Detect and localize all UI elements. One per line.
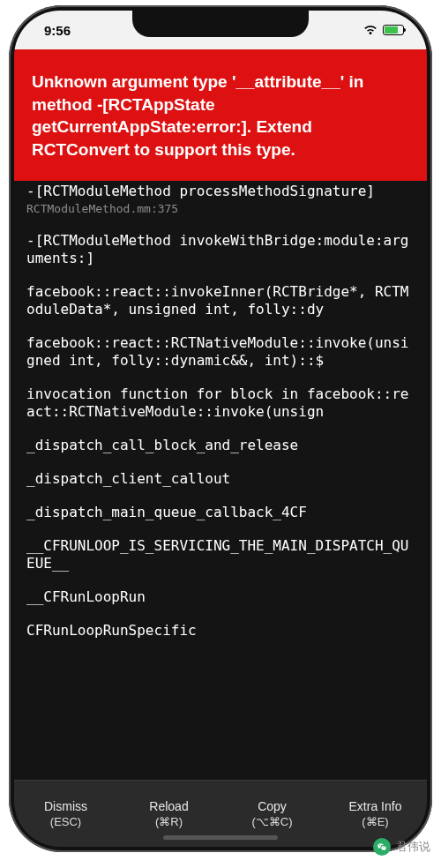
stack-frame-function: facebook::react::RCTNativeModule::invoke… bbox=[26, 334, 415, 370]
extra-info-label: Extra Info bbox=[349, 799, 402, 813]
phone-screen: 9:56 Unknown argument type '__attribute_… bbox=[14, 11, 427, 847]
dismiss-label: Dismiss bbox=[44, 799, 87, 813]
stack-frame[interactable]: __CFRunLoopRun bbox=[26, 588, 415, 606]
status-time: 9:56 bbox=[44, 23, 71, 38]
copy-shortcut: (⌥⌘C) bbox=[251, 815, 292, 828]
stack-frame[interactable]: _dispatch_main_queue_callback_4CF bbox=[26, 504, 415, 521]
battery-icon bbox=[383, 25, 404, 35]
copy-label: Copy bbox=[258, 799, 287, 813]
stack-frame-function: _dispatch_client_callout bbox=[26, 470, 415, 488]
reload-shortcut: (⌘R) bbox=[155, 815, 183, 828]
stack-frame-function: __CFRUNLOOP_IS_SERVICING_THE_MAIN_DISPAT… bbox=[26, 537, 415, 572]
extra-info-shortcut: (⌘E) bbox=[362, 815, 388, 828]
stack-frame[interactable]: invocation function for block in faceboo… bbox=[26, 385, 415, 421]
stack-frame-function: CFRunLoopRunSpecific bbox=[26, 622, 415, 640]
stack-frame-function: invocation function for block in faceboo… bbox=[26, 385, 415, 421]
stack-frame[interactable]: _dispatch_client_callout bbox=[26, 470, 415, 488]
watermark: 君伟说 bbox=[373, 838, 430, 856]
wechat-icon bbox=[373, 838, 391, 856]
stack-frame-location: RCTModuleMethod.mm:375 bbox=[26, 202, 415, 216]
dismiss-shortcut: (ESC) bbox=[50, 815, 81, 828]
stack-frame-function: -[RCTModuleMethod processMethodSignature… bbox=[26, 183, 415, 200]
reload-label: Reload bbox=[149, 799, 188, 813]
stack-frame[interactable]: -[RCTModuleMethod processMethodSignature… bbox=[26, 183, 415, 216]
wifi-icon bbox=[363, 23, 377, 38]
stack-frame-function: __CFRunLoopRun bbox=[26, 588, 415, 606]
stack-frame[interactable]: facebook::react::RCTNativeModule::invoke… bbox=[26, 334, 415, 370]
stack-frame[interactable]: __CFRUNLOOP_IS_SERVICING_THE_MAIN_DISPAT… bbox=[26, 537, 415, 572]
stack-frame[interactable]: CFRunLoopRunSpecific bbox=[26, 622, 415, 640]
stack-frame-function: _dispatch_call_block_and_release bbox=[26, 437, 415, 454]
notch bbox=[132, 11, 309, 37]
stack-frame[interactable]: facebook::react::invokeInner(RCTBridge*,… bbox=[26, 283, 415, 318]
watermark-text: 君伟说 bbox=[396, 839, 430, 855]
stack-frame-function: -[RCTModuleMethod invokeWithBridge:modul… bbox=[26, 232, 415, 267]
stack-frame-function: _dispatch_main_queue_callback_4CF bbox=[26, 504, 415, 521]
dismiss-button[interactable]: Dismiss (ESC) bbox=[14, 781, 117, 847]
stack-frame[interactable]: _dispatch_call_block_and_release bbox=[26, 437, 415, 454]
phone-frame: 9:56 Unknown argument type '__attribute_… bbox=[9, 5, 432, 852]
stack-frame[interactable]: -[RCTModuleMethod invokeWithBridge:modul… bbox=[26, 232, 415, 267]
home-indicator[interactable] bbox=[163, 835, 278, 840]
extra-info-button[interactable]: Extra Info (⌘E) bbox=[324, 781, 427, 847]
error-message: Unknown argument type '__attribute__' in… bbox=[32, 72, 363, 159]
error-banner: Unknown argument type '__attribute__' in… bbox=[14, 49, 427, 181]
status-right bbox=[363, 23, 404, 38]
stack-frame-function: facebook::react::invokeInner(RCTBridge*,… bbox=[26, 283, 415, 318]
stack-trace[interactable]: -[RCTModuleMethod processMethodSignature… bbox=[14, 181, 427, 780]
